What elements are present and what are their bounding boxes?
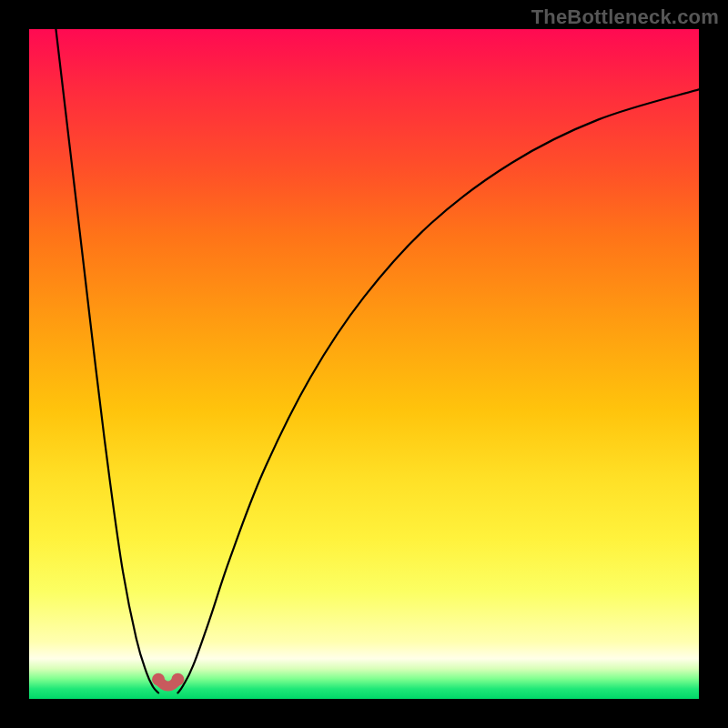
curve-svg	[29, 29, 699, 699]
attribution-text: TheBottleneck.com	[531, 5, 719, 29]
curve-left-branch	[56, 29, 158, 693]
trough-marker-left	[152, 673, 165, 686]
trough-marker-right	[171, 673, 184, 686]
outer-frame: TheBottleneck.com	[0, 0, 728, 728]
curve-right-branch	[177, 89, 699, 693]
plot-gradient-area	[29, 29, 699, 699]
